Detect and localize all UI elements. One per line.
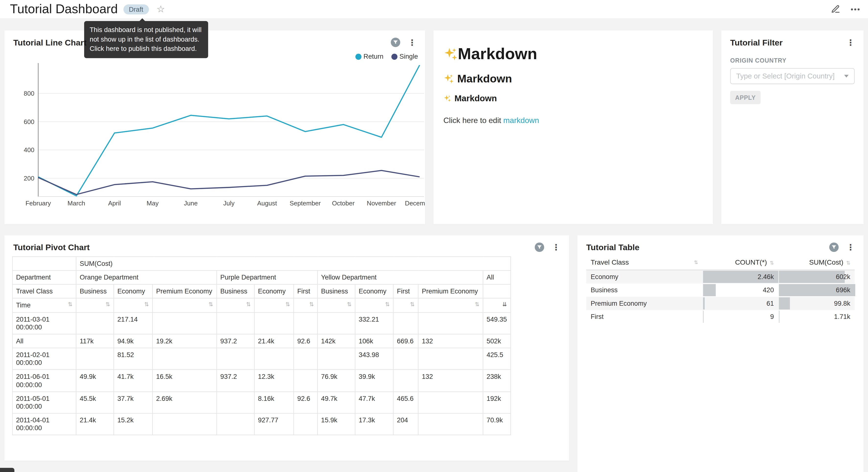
table-header-row: Travel Class⇅COUNT(*)⇅SUM(Cost)⇅: [586, 255, 855, 270]
pivot-cell: [394, 370, 418, 391]
pivot-cell: [76, 348, 114, 370]
sort-icon[interactable]: ⇅: [410, 301, 415, 308]
pivot-cell: 192k: [483, 391, 510, 413]
pivot-cell: 16.5k: [153, 370, 217, 391]
markdown-h3: Markdown: [443, 94, 703, 104]
sort-icon[interactable]: ⇅: [385, 301, 390, 308]
pivot-cell: 8.16k: [254, 391, 293, 413]
sort-icon[interactable]: ⇅: [246, 301, 251, 308]
markdown-edit-link[interactable]: markdown: [503, 116, 539, 124]
svg-text:400: 400: [24, 146, 34, 154]
legend-item-return[interactable]: Return: [355, 53, 384, 60]
pivot-cell: 132: [418, 334, 483, 348]
pivot-cell: [76, 312, 114, 334]
sort-icon[interactable]: ⇅: [105, 301, 110, 308]
chart-legend: ReturnSingle: [355, 53, 418, 60]
pivot-class-economy: Economy: [254, 285, 293, 298]
legend-label: Return: [364, 53, 384, 60]
pivot-cell: 45.5k: [76, 391, 114, 413]
svg-text:May: May: [147, 200, 159, 207]
table-row: Economy2.46k602k: [586, 270, 855, 283]
legend-item-single[interactable]: Single: [391, 53, 418, 60]
dashboard-header: Tutorial Dashboard Draft ☆: [0, 0, 868, 18]
sort-icon[interactable]: ⇅: [770, 260, 774, 266]
sort-icon[interactable]: ⇅: [347, 301, 351, 308]
pivot-sort-col-2[interactable]: ⇅: [153, 298, 217, 312]
pivot-class-premium-economy: Premium Economy: [153, 285, 217, 298]
apply-button[interactable]: APPLY: [730, 91, 761, 104]
table-row: Premium Economy6199.8k: [586, 296, 855, 309]
pivot-cell: 238k: [483, 370, 510, 391]
filter-indicator-icon[interactable]: [391, 38, 400, 47]
sort-icon[interactable]: ⇅: [846, 260, 850, 266]
sort-icon[interactable]: ⇅: [285, 301, 290, 308]
pivot-sort-col-5[interactable]: ⇅: [293, 298, 317, 312]
pivot-sort-col-6[interactable]: ⇅: [317, 298, 355, 312]
pivot-sort-col-7[interactable]: ⇅: [355, 298, 393, 312]
pivot-sort-col-10[interactable]: ⇊: [483, 298, 510, 312]
pivot-class-business: Business: [217, 285, 254, 298]
pivot-cell: 47.7k: [355, 391, 393, 413]
filter-indicator-icon[interactable]: [535, 243, 544, 252]
pivot-sub-dimension: Travel Class: [12, 285, 76, 298]
legend-dot: [391, 53, 397, 59]
sort-icon[interactable]: ⇅: [68, 301, 73, 308]
pivot-sort-col-0[interactable]: ⇅: [76, 298, 114, 312]
draft-badge[interactable]: Draft: [123, 4, 149, 14]
pivot-cell: 332.21: [355, 312, 393, 334]
pivot-cell: 70.9k: [483, 413, 510, 435]
pivot-cell: 927.77: [254, 413, 293, 435]
chart-title: Tutorial Line Chart: [13, 38, 86, 47]
filter-indicator-icon[interactable]: [829, 243, 838, 252]
pivot-cell: 669.6: [394, 334, 418, 348]
pivot-row: 2011-06-01 00:00:0049.9k41.7k16.5k937.21…: [12, 370, 510, 391]
table-header-count[interactable]: COUNT(*)⇅: [703, 255, 778, 270]
publish-status-tooltip[interactable]: This dashboard is not published, it will…: [84, 21, 208, 58]
markdown-body: Markdown Markdown Markdown Click here to…: [434, 31, 713, 134]
dashboard-page: Tutorial Dashboard Draft ☆ This dashboar…: [0, 0, 868, 472]
sort-icon[interactable]: ⇅: [209, 301, 213, 308]
pivot-cell: 549.35: [483, 312, 510, 334]
svg-text:November: November: [367, 200, 396, 207]
pivot-cell: [394, 312, 418, 334]
markdown-footer-text: Click here to edit: [443, 116, 503, 124]
page-title: Tutorial Dashboard: [10, 2, 118, 17]
pivot-sort-col-9[interactable]: ⇅: [418, 298, 483, 312]
pivot-class-economy: Economy: [355, 285, 393, 298]
kebab-menu-icon[interactable]: ⋮: [845, 243, 856, 252]
pivot-row-label: 2011-05-01 00:00:00: [12, 391, 76, 413]
markdown-h2: Markdown: [443, 72, 703, 85]
pivot-cell: 117k: [76, 334, 114, 348]
kebab-menu-icon[interactable]: ⋮: [845, 38, 856, 47]
table-header-sum[interactable]: SUM(Cost)⇅: [778, 255, 855, 270]
table-cell-count: 2.46k: [703, 270, 778, 283]
pivot-cell: 49.9k: [76, 370, 114, 391]
origin-country-select[interactable]: Type or Select [Origin Country]: [730, 68, 855, 84]
pivot-department-row: DepartmentOrange DepartmentPurple Depart…: [12, 270, 510, 285]
pivot-sort-col-4[interactable]: ⇅: [254, 298, 293, 312]
sort-icon[interactable]: ⇅: [694, 260, 698, 265]
pivot-sort-col-3[interactable]: ⇅: [217, 298, 254, 312]
pivot-sort-col-1[interactable]: ⇅: [114, 298, 152, 312]
pivot-row-dimension[interactable]: Time⇅: [12, 298, 76, 312]
pivot-cell: [418, 348, 483, 370]
pivot-cell: 17.3k: [355, 413, 393, 435]
sort-icon[interactable]: ⇅: [475, 301, 479, 308]
more-options-icon[interactable]: [850, 7, 861, 11]
kebab-menu-icon[interactable]: ⋮: [551, 243, 561, 252]
table-card: Tutorial Table ⋮ Travel Class⇅COUNT(*)⇅S…: [577, 235, 863, 472]
table-header-travel-class[interactable]: Travel Class⇅: [586, 255, 703, 270]
favorite-star-icon[interactable]: ☆: [156, 4, 165, 14]
pivot-cell: [418, 413, 483, 435]
sort-desc-icon[interactable]: ⇊: [502, 301, 507, 308]
edit-dashboard-icon[interactable]: [831, 4, 840, 14]
pivot-sort-col-8[interactable]: ⇅: [394, 298, 418, 312]
pivot-cell: 81.52: [114, 348, 152, 370]
pivot-cell: 39.9k: [355, 370, 393, 391]
table-row: Business420696k: [586, 283, 855, 296]
kebab-menu-icon[interactable]: ⋮: [407, 38, 417, 47]
sort-icon[interactable]: ⇅: [144, 301, 149, 308]
pivot-row: 2011-04-01 00:00:0021.4k15.2k927.7715.9k…: [12, 413, 510, 435]
sparkles-icon: [443, 47, 458, 61]
sort-icon[interactable]: ⇅: [309, 301, 314, 308]
